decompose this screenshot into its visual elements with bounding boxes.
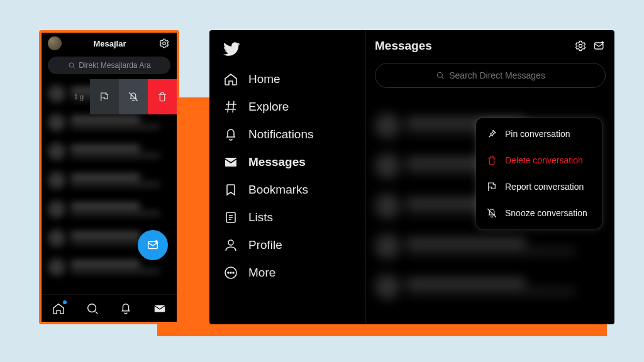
panel-header: Messages: [366, 30, 614, 62]
more-icon: [223, 265, 238, 280]
compose-icon: [146, 238, 160, 252]
delete-conversation-item[interactable]: Delete conversation: [476, 147, 602, 173]
notifications-tab[interactable]: [119, 302, 133, 315]
nav-label: Explore: [248, 100, 289, 114]
pin-icon: [486, 128, 497, 140]
primary-nav: Home Explore Notifications Messages Book…: [218, 65, 362, 287]
list-item: [375, 266, 606, 307]
notification-dot: [63, 300, 67, 304]
snooze-action[interactable]: [119, 79, 148, 114]
nav-notifications[interactable]: Notifications: [218, 121, 362, 148]
delete-action[interactable]: [148, 79, 177, 114]
mobile-header: Mesajlar: [42, 33, 177, 53]
bookmark-icon: [223, 182, 238, 197]
flag-icon: [486, 181, 497, 192]
tab-bar: [42, 294, 177, 322]
svg-point-12: [438, 72, 443, 77]
settings-icon[interactable]: [158, 37, 170, 50]
conversations-list: 1 g: [42, 79, 177, 294]
search-icon: [435, 70, 445, 80]
trash-icon: [486, 155, 497, 166]
compose-button[interactable]: [138, 230, 168, 260]
nav-label: Notifications: [248, 128, 314, 141]
nav-label: Lists: [248, 211, 273, 224]
svg-rect-11: [595, 43, 603, 49]
search-placeholder: Search Direct Messages: [449, 70, 545, 80]
twitter-logo[interactable]: [223, 40, 362, 60]
search-tab[interactable]: [86, 302, 99, 315]
panel-title: Messages: [375, 39, 432, 53]
search-placeholder: Direkt Mesajlarda Ara: [79, 61, 151, 70]
report-action[interactable]: [90, 79, 119, 114]
bell-icon: [119, 302, 133, 315]
messages-panel: Messages Search Direct Messages Pin conv…: [365, 30, 614, 324]
svg-point-3: [87, 304, 96, 312]
nav-label: More: [248, 266, 275, 280]
svg-point-1: [69, 63, 74, 67]
page-title: Mesajlar: [93, 39, 126, 48]
menu-label: Report conversation: [505, 182, 584, 192]
pin-conversation-item[interactable]: Pin conversation: [476, 121, 602, 147]
trash-icon: [157, 91, 168, 102]
svg-point-9: [233, 272, 234, 273]
nav-messages[interactable]: Messages: [218, 148, 362, 176]
mail-icon: [223, 155, 238, 170]
nav-label: Messages: [248, 155, 306, 169]
search-icon: [86, 302, 99, 315]
menu-label: Pin conversation: [505, 129, 570, 139]
nav-lists[interactable]: Lists: [218, 204, 362, 231]
nav-profile[interactable]: Profile: [218, 231, 362, 259]
swipe-actions: 1 g: [68, 79, 177, 114]
search-icon: [67, 61, 76, 70]
svg-point-5: [228, 240, 233, 245]
svg-point-0: [163, 42, 166, 45]
list-item: [48, 137, 170, 166]
conversation-context-menu: Pin conversation Delete conversation Rep…: [476, 118, 602, 229]
avatar[interactable]: [48, 36, 62, 50]
home-tab[interactable]: [52, 302, 65, 315]
snooze-conversation-item[interactable]: Snooze conversation: [476, 200, 602, 226]
list-icon: [223, 210, 238, 225]
svg-point-10: [579, 45, 582, 48]
nav-explore[interactable]: Explore: [218, 93, 362, 121]
messages-tab[interactable]: [153, 302, 167, 315]
search-input[interactable]: Direkt Mesajlarda Ara: [48, 57, 170, 74]
mobile-screenshot: Mesajlar Direkt Mesajlarda Ara 1 g: [39, 30, 179, 324]
list-item: [48, 195, 170, 224]
list-item: [375, 226, 606, 266]
menu-label: Snooze conversation: [505, 208, 587, 218]
timestamp: 1 g: [68, 79, 90, 114]
sidebar: Home Explore Notifications Messages Book…: [209, 30, 365, 324]
mail-icon: [153, 302, 167, 315]
nav-label: Home: [248, 72, 280, 86]
home-icon: [223, 72, 238, 87]
nav-label: Profile: [248, 238, 282, 252]
search-input[interactable]: Search Direct Messages: [375, 63, 606, 88]
svg-point-8: [230, 272, 231, 273]
nav-bookmarks[interactable]: Bookmarks: [218, 176, 362, 204]
user-icon: [223, 238, 238, 253]
compose-icon[interactable]: [593, 40, 606, 52]
bell-off-icon: [128, 91, 139, 102]
report-conversation-item[interactable]: Report conversation: [476, 173, 602, 200]
nav-home[interactable]: Home: [218, 65, 362, 93]
flag-icon: [99, 91, 110, 102]
settings-icon[interactable]: [574, 40, 587, 52]
nav-more[interactable]: More: [218, 259, 362, 287]
svg-point-7: [228, 272, 229, 273]
desktop-screenshot: Home Explore Notifications Messages Book…: [209, 30, 614, 324]
nav-label: Bookmarks: [248, 183, 308, 197]
hash-icon: [223, 99, 238, 114]
bell-off-icon: [486, 207, 497, 219]
menu-label: Delete conversation: [505, 155, 583, 165]
list-item: [48, 166, 170, 195]
bell-icon: [223, 127, 238, 142]
